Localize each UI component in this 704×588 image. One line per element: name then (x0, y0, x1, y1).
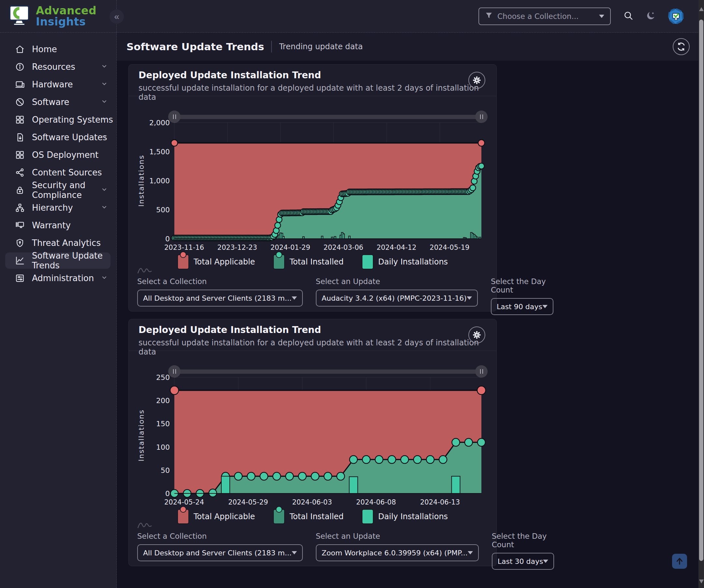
chart-settings-button[interactable] (468, 326, 485, 343)
update-select[interactable]: Audacity 3.4.2 (x64) (PMPC-2023-11-16) (316, 289, 478, 307)
chevron-down-icon (543, 559, 548, 563)
collection-filter-select[interactable]: Choose a Collection... (478, 7, 611, 25)
chart-settings-button[interactable] (468, 72, 485, 89)
legend-marker-dot (276, 252, 282, 258)
chart-legend: Total ApplicableTotal InstalledDaily Ins… (129, 254, 496, 269)
chevron-down-icon (101, 203, 108, 213)
chevron-down-icon (101, 115, 108, 124)
divider (271, 41, 272, 53)
refresh-button[interactable] (673, 38, 690, 55)
page-subtitle: Trending update data (279, 42, 363, 51)
lock-icon (15, 185, 25, 195)
chevron-down-icon (542, 305, 547, 308)
sidebar-item-content-sources[interactable]: Content Sources (0, 164, 116, 181)
page-scrollbar[interactable] (698, 0, 704, 588)
update-select-group: Select an UpdateZoom Workplace 6.0.39959… (316, 532, 479, 570)
moon-icon (646, 11, 656, 21)
svg-text:2024-03-06: 2024-03-06 (324, 244, 363, 252)
collection-select-value: All Desktop and Server Clients (2183 m..… (143, 294, 292, 302)
user-avatar[interactable] (668, 8, 684, 24)
sidebar-item-security-and-compliance[interactable]: Security and Compliance (0, 181, 116, 199)
disc-icon (15, 97, 25, 107)
svg-text:2024-06-13: 2024-06-13 (420, 498, 460, 506)
installation-trend-chart[interactable]: 0501001502002502024-05-242024-05-292024-… (135, 370, 490, 511)
svg-text:2024-05-19: 2024-05-19 (429, 244, 469, 252)
share-icon (15, 168, 25, 177)
search-button[interactable] (623, 10, 634, 22)
sidebar-item-home[interactable]: Home (0, 41, 116, 58)
day-count-select-group: Select the Day CountLast 90 days (491, 277, 553, 315)
legend-swatch (273, 254, 285, 269)
scrollbar-up-arrow[interactable] (699, 7, 704, 11)
svg-text:250: 250 (156, 373, 170, 382)
update-select-value: Audacity 3.4.2 (x64) (PMPC-2023-11-16) (322, 294, 467, 302)
svg-text:1,500: 1,500 (149, 148, 170, 156)
legend-marker-dot (276, 506, 282, 513)
card-title: Deployed Update Installation Trend (138, 70, 321, 81)
svg-text:2024-06-03: 2024-06-03 (292, 498, 332, 506)
home-icon (15, 44, 25, 54)
card-subtitle: successful update installation for a dep… (138, 84, 496, 102)
sidebar-menu: HomeResourcesHardwareSoftwareOperating S… (0, 33, 116, 287)
svg-text:500: 500 (156, 206, 170, 214)
installation-trend-chart[interactable]: 05001,0001,5002,0002023-11-162023-12-232… (135, 115, 490, 256)
sidebar-item-warranty[interactable]: Warranty (0, 217, 116, 234)
day-count-select[interactable]: Last 90 days (491, 298, 553, 315)
day-count-select-group: Select the Day CountLast 30 days (492, 532, 554, 570)
sidebar-item-os-deployment[interactable]: OS Deployment (0, 146, 116, 164)
update-select-label: Select an Update (316, 532, 479, 540)
svg-text:2023-12-23: 2023-12-23 (217, 244, 257, 252)
legend-item-total-installed[interactable]: Total Installed (273, 509, 344, 524)
sidebar-collapse-button[interactable]: « (110, 9, 124, 24)
legend-swatch (177, 254, 189, 269)
legend-item-total-applicable[interactable]: Total Applicable (177, 254, 255, 269)
brand-logo-icon (8, 5, 31, 28)
scrollbar-thumb[interactable] (699, 19, 703, 561)
collection-select-group: Select a CollectionAll Desktop and Serve… (137, 277, 303, 315)
sidebar-item-label: Software Update Trends (32, 251, 116, 270)
sidebar-item-label: Warranty (32, 220, 71, 230)
scroll-to-top-button[interactable] (672, 554, 687, 569)
legend-swatch (273, 509, 285, 524)
day-count-select[interactable]: Last 30 days (492, 553, 554, 570)
legend-swatch (177, 509, 189, 524)
file-update-icon (15, 132, 25, 142)
legend-swatch (362, 254, 373, 269)
legend-item-total-installed[interactable]: Total Installed (273, 254, 344, 269)
sidebar-item-administration[interactable]: Administration (0, 269, 116, 287)
day-count-select-value: Last 30 days (498, 557, 543, 566)
chevron-down-icon (467, 297, 472, 300)
svg-text:0: 0 (165, 235, 170, 243)
svg-text:1,000: 1,000 (149, 177, 170, 185)
sidebar-item-threat-analytics[interactable]: Threat Analytics (0, 234, 116, 252)
sidebar-item-hierarchy[interactable]: Hierarchy (0, 199, 116, 217)
sidebar-item-software[interactable]: Software (0, 93, 116, 111)
brand: Advanced Insights (0, 0, 116, 33)
shield-icon (15, 238, 25, 248)
update-select[interactable]: Zoom Workplace 6.0.39959 (x64) (PMP... (316, 544, 479, 561)
svg-text:0: 0 (165, 489, 170, 498)
chevron-down-icon (599, 15, 604, 18)
sidebar-item-software-update-trends[interactable]: Software Update Trends (0, 252, 116, 269)
svg-text:2024-01-29: 2024-01-29 (271, 244, 310, 252)
sidebar-item-operating-systems[interactable]: Operating Systems (0, 111, 116, 128)
sidebar: Advanced Insights HomeResourcesHardwareS… (0, 0, 117, 588)
theme-toggle-button[interactable] (646, 11, 656, 21)
warranty-icon (15, 220, 25, 230)
scrollbar-down-arrow[interactable] (699, 580, 704, 583)
collection-select[interactable]: All Desktop and Server Clients (2183 m..… (137, 289, 303, 307)
sidebar-item-hardware[interactable]: Hardware (0, 76, 116, 93)
admin-icon (15, 273, 25, 283)
collection-select[interactable]: All Desktop and Server Clients (2183 m..… (137, 544, 303, 561)
chevron-down-icon (101, 62, 108, 72)
sidebar-item-label: Resources (32, 62, 75, 72)
sidebar-item-software-updates[interactable]: Software Updates (0, 128, 116, 146)
legend-item-total-applicable[interactable]: Total Applicable (177, 509, 255, 524)
brand-line1: Advanced (36, 5, 97, 16)
legend-label: Total Installed (289, 512, 344, 521)
svg-text:200: 200 (156, 396, 170, 405)
chevron-down-icon (101, 185, 108, 195)
sidebar-item-resources[interactable]: Resources (0, 58, 116, 76)
legend-item-daily-installations[interactable]: Daily Installations (362, 509, 448, 524)
legend-item-daily-installations[interactable]: Daily Installations (362, 254, 448, 269)
